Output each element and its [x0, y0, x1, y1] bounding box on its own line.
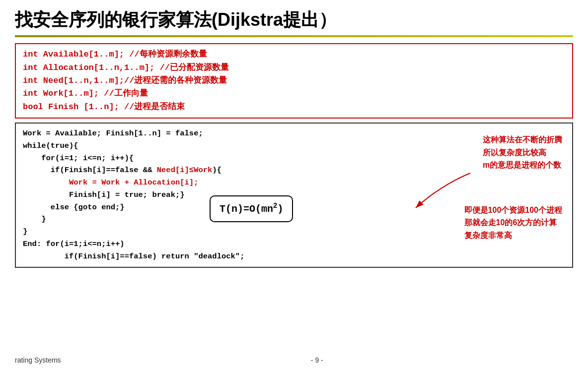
code-box-declarations: int Available[1..m]; //每种资源剩余数量 int Allo… — [15, 43, 573, 119]
footer-center: - 9 - — [311, 356, 323, 364]
code-line-1: int Available[1..m]; //每种资源剩余数量 — [23, 48, 565, 61]
footer-left: rating Systems — [15, 356, 61, 364]
alg-line-11: if(Finish[i]==false) return "deadlock"; — [23, 250, 565, 263]
code-highlight-need: Need[i]≤Work — [157, 166, 213, 175]
annotation-bottom-right: 即便是100个资源100个进程 那就会走10的6次方的计算 复杂度非常高 — [464, 204, 562, 242]
code-line-5: bool Finish [1..n]; //进程是否结束 — [23, 101, 565, 114]
code-line-3: int Need[1..n,1..m];//进程还需的各种资源数量 — [23, 74, 565, 87]
tn-box: T(n)=O(mn2) — [210, 195, 293, 222]
code-line-4: int Work[1..m]; //工作向量 — [23, 87, 565, 100]
code-line-2: int Allocation[1..n,1..m]; //已分配资源数量 — [23, 62, 565, 74]
code-box-algorithm: Work = Available; Finish[1..n] = false; … — [15, 123, 573, 268]
arrow-annotation — [391, 171, 475, 215]
alg-line-5: Work = Work + Allocation[i]; — [23, 177, 565, 189]
alg-line-6: Finish[i] = true; break;} — [23, 189, 565, 201]
title-underline — [15, 35, 573, 37]
page-title: 找安全序列的银行家算法(Dijkstra提出） — [15, 9, 573, 30]
footer: rating Systems - 9 - — [15, 356, 573, 364]
annotation-top-right: 这种算法在不断的折腾 所以复杂度比较高 m的意思是进程的个数 — [483, 133, 562, 172]
page-container: 找安全序列的银行家算法(Dijkstra提出） int Available[1.… — [0, 0, 588, 369]
